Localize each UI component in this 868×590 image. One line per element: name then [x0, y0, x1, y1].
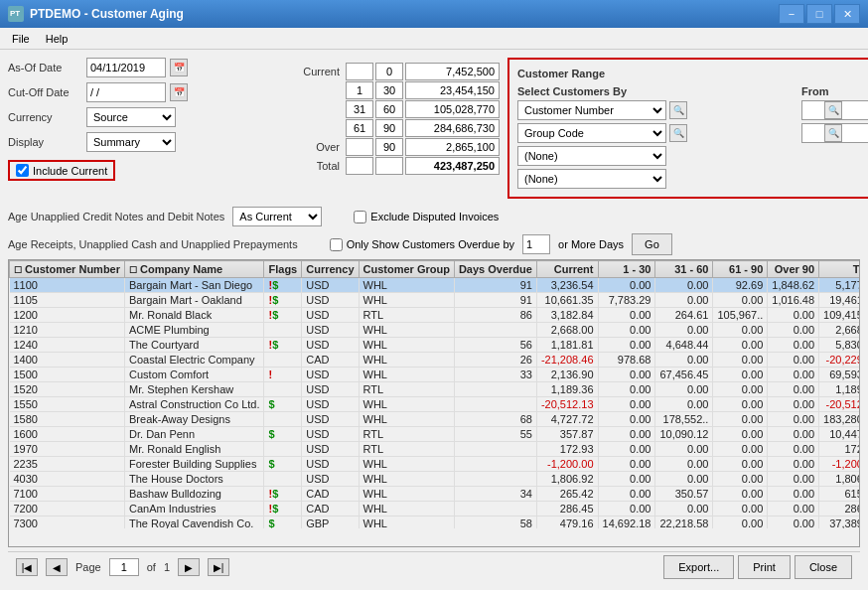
- cust-num-cell: 7300: [10, 516, 125, 529]
- table-row[interactable]: 1550Astral Construction Co Ltd.$USDWHL-2…: [10, 397, 860, 412]
- display-select[interactable]: Summary Detail: [86, 132, 176, 152]
- col-header-current[interactable]: Current: [536, 261, 598, 278]
- overdue-days-input[interactable]: [522, 234, 550, 254]
- table-row[interactable]: 2235Forester Building Supplies$USDWHL-1,…: [10, 457, 860, 472]
- exclude-disputed-label[interactable]: Exclude Disputed Invoices: [354, 211, 499, 223]
- menu-file[interactable]: File: [4, 31, 38, 47]
- table-row[interactable]: 1400Coastal Electric CompanyCADWHL26-21,…: [10, 353, 860, 368]
- as-of-date-input[interactable]: [86, 58, 166, 77]
- amount-col2-4[interactable]: [375, 138, 403, 156]
- amount-col1-3[interactable]: [346, 119, 373, 137]
- amount-col2-5[interactable]: [375, 157, 403, 175]
- col-header-overdue[interactable]: Days Overdue: [454, 261, 536, 278]
- amount-col1-1[interactable]: [346, 81, 373, 99]
- export-button[interactable]: Export...: [663, 555, 734, 579]
- currency-select[interactable]: Source USD CAD: [86, 107, 176, 127]
- amount-col2-1[interactable]: [375, 81, 403, 99]
- table-row[interactable]: 1500Custom Comfort!USDWHL332,136.900.006…: [10, 368, 860, 382]
- age-unapplied-select[interactable]: As Current As Overdue: [232, 207, 322, 226]
- amount-col1-4[interactable]: [346, 138, 373, 156]
- table-row[interactable]: 1240The Courtyard!$USDWHL561,181.810.004…: [10, 338, 860, 353]
- amount-col2-2[interactable]: [375, 100, 403, 118]
- table-row[interactable]: 1600Dr. Dan Penn$USDRTL55357.870.0010,09…: [10, 427, 860, 442]
- total-cell: -20,229.78: [819, 353, 859, 368]
- range-select-4[interactable]: (None) Customer Number Group Code: [517, 169, 666, 189]
- col-header-total[interactable]: Total: [819, 261, 859, 278]
- menu-help[interactable]: Help: [38, 31, 76, 47]
- col-header-61-90[interactable]: 61 - 90: [713, 261, 768, 278]
- options-row-1: Age Unapplied Credit Notes and Debit Not…: [8, 207, 860, 226]
- close-window-button[interactable]: ✕: [834, 4, 860, 24]
- next-page-button[interactable]: ▶: [178, 558, 200, 576]
- cut-off-date-input[interactable]: [86, 82, 166, 102]
- data-table-container: ☐ Customer Number ☐ Company Name Flags C…: [8, 259, 860, 547]
- amount-col2-3[interactable]: [375, 119, 403, 137]
- print-button[interactable]: Print: [738, 555, 791, 579]
- include-current-wrapper: Include Current: [8, 160, 286, 181]
- only-show-checkbox[interactable]: [330, 238, 343, 251]
- d90-cell: 0.00: [713, 457, 768, 472]
- from-search-1[interactable]: 🔍: [669, 101, 687, 119]
- col-header-flags[interactable]: Flags: [264, 261, 302, 278]
- cust-num-cell: 1210: [10, 323, 125, 338]
- d60-cell: 0.00: [655, 457, 713, 472]
- table-row[interactable]: 7300The Royal Cavendish Co.$GBPWHL58479.…: [10, 516, 860, 529]
- first-page-button[interactable]: |◀: [16, 558, 38, 576]
- table-row[interactable]: 1105Bargain Mart - Oakland!$USDWHL9110,6…: [10, 293, 860, 308]
- col-header-company[interactable]: ☐ Company Name: [125, 261, 264, 278]
- close-button[interactable]: Close: [795, 555, 852, 579]
- table-row[interactable]: 4030The House DoctorsUSDWHL1,806.920.000…: [10, 472, 860, 487]
- flags-cell: [264, 412, 302, 427]
- minimize-button[interactable]: −: [779, 4, 804, 24]
- include-current-label[interactable]: Include Current: [8, 160, 115, 181]
- col-header-31-60[interactable]: 31 - 60: [655, 261, 713, 278]
- range-select-2[interactable]: Group Code Customer Number (None): [517, 123, 666, 143]
- table-row[interactable]: 1210ACME PlumbingUSDWHL2,668.000.000.000…: [10, 323, 860, 338]
- col-header-currency[interactable]: Currency: [302, 261, 359, 278]
- include-current-checkbox[interactable]: [16, 164, 29, 177]
- total-cell: 183,280.11: [819, 412, 859, 427]
- company-cell: ACME Plumbing: [125, 323, 264, 338]
- amount-col1-5[interactable]: [346, 157, 373, 175]
- table-row[interactable]: 1580Break-Away DesignsUSDWHL684,727.720.…: [10, 412, 860, 427]
- to-search-2[interactable]: 🔍: [824, 124, 842, 142]
- as-of-date-label: As-Of Date: [8, 62, 82, 74]
- maximize-button[interactable]: □: [806, 4, 832, 24]
- group-cell: WHL: [359, 368, 454, 382]
- from-search-2[interactable]: 🔍: [669, 124, 687, 142]
- amount-col1-0[interactable]: [346, 63, 373, 80]
- table-scroll[interactable]: ☐ Customer Number ☐ Company Name Flags C…: [9, 260, 859, 528]
- table-row[interactable]: 1520Mr. Stephen KershawUSDRTL1,189.360.0…: [10, 382, 860, 397]
- col-header-1-30[interactable]: 1 - 30: [598, 261, 655, 278]
- d90-cell: 0.00: [713, 502, 768, 516]
- d60-cell: 4,648.44: [655, 338, 713, 353]
- d30-cell: 0.00: [598, 442, 655, 457]
- table-row[interactable]: 1200Mr. Ronald Black!$USDRTL863,182.840.…: [10, 308, 860, 323]
- exclude-disputed-checkbox[interactable]: [354, 211, 366, 223]
- amount-col1-2[interactable]: [346, 100, 373, 118]
- overdue-cell: [454, 457, 536, 472]
- table-row[interactable]: 7100Bashaw Bulldozing!$CADWHL34265.420.0…: [10, 487, 860, 502]
- table-row[interactable]: 1970Mr. Ronald EnglishUSDRTL172.930.000.…: [10, 442, 860, 457]
- as-of-date-calendar[interactable]: 📅: [170, 59, 188, 76]
- to-search-1[interactable]: 🔍: [824, 101, 842, 119]
- last-page-button[interactable]: ▶|: [208, 558, 229, 576]
- col-header-group[interactable]: Customer Group: [359, 261, 454, 278]
- col-header-cust-num[interactable]: ☐ Customer Number: [10, 261, 125, 278]
- prev-page-button[interactable]: ◀: [46, 558, 68, 576]
- table-row[interactable]: 7200CanAm Industries!$CADWHL286.450.000.…: [10, 502, 860, 516]
- current-cell: 265.42: [536, 487, 598, 502]
- amount-col2-0[interactable]: [375, 63, 403, 80]
- page-input[interactable]: [109, 558, 139, 576]
- range-select-1[interactable]: Customer Number Group Code (None): [517, 100, 666, 120]
- range-select-3[interactable]: (None) Customer Number Group Code: [517, 146, 666, 166]
- cut-off-date-calendar[interactable]: 📅: [170, 83, 188, 101]
- flags-value: !: [268, 369, 272, 380]
- cust-num-cell: 7100: [10, 487, 125, 502]
- col-header-over90[interactable]: Over 90: [768, 261, 819, 278]
- current-cell: 1,806.92: [536, 472, 598, 487]
- table-row[interactable]: 1100Bargain Mart - San Diego!$USDWHL913,…: [10, 278, 860, 293]
- amount-label-5: Total: [294, 160, 344, 172]
- go-button[interactable]: Go: [632, 233, 672, 255]
- group-cell: WHL: [359, 338, 454, 353]
